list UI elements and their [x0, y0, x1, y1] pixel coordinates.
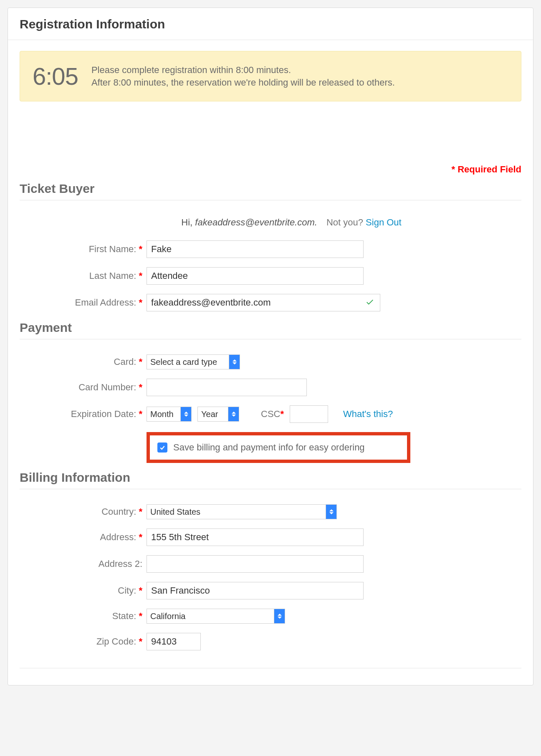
row-state: State: * California: [20, 609, 521, 624]
row-last-name: Last Name: *: [20, 267, 521, 285]
select-arrow-icon: [326, 505, 336, 519]
select-arrow-icon: [228, 407, 239, 421]
select-arrow-icon: [180, 407, 191, 421]
sign-out-link[interactable]: Sign Out: [366, 217, 402, 228]
card-type-select[interactable]: Select a card type: [147, 354, 240, 369]
registration-panel: Registration Information 6:05 Please com…: [8, 8, 533, 685]
exp-year-select[interactable]: Year: [197, 407, 239, 422]
row-zip: Zip Code: *: [20, 633, 521, 650]
save-info-label: Save billing and payment info for easy o…: [173, 442, 365, 453]
panel-header: Registration Information: [8, 8, 533, 40]
page-title: Registration Information: [20, 17, 521, 31]
card-number-field[interactable]: [147, 379, 307, 396]
label-card-number: Card Number: *: [20, 382, 147, 393]
greeting-email: fakeaddress@eventbrite.com.: [195, 217, 317, 228]
section-payment: Payment: [20, 321, 521, 339]
address-field[interactable]: [147, 528, 364, 546]
state-select[interactable]: California: [147, 609, 285, 624]
label-expiration: Expiration Date: *: [20, 409, 147, 420]
divider: [20, 668, 521, 668]
checkmark-icon: [365, 297, 374, 308]
email-field[interactable]: [147, 294, 380, 311]
greeting-notyou-group: Not you? Sign Out: [326, 217, 402, 228]
first-name-field[interactable]: [147, 240, 364, 258]
timer-line-2: After 8:00 minutes, the reservation we'r…: [91, 76, 395, 89]
row-email: Email Address: *: [20, 294, 521, 311]
required-field-note: * Required Field: [20, 164, 521, 175]
email-wrap: [147, 294, 380, 311]
row-address2: Address 2:: [20, 555, 521, 573]
exp-month-select[interactable]: Month: [147, 407, 192, 422]
row-city: City: *: [20, 582, 521, 599]
label-address2: Address 2:: [20, 559, 147, 569]
label-state: State: *: [20, 611, 147, 622]
label-card: Card: *: [20, 357, 147, 367]
label-country: Country: *: [20, 506, 147, 517]
row-first-name: First Name: *: [20, 240, 521, 258]
select-arrow-icon: [229, 355, 240, 369]
timer-text: Please complete registration within 8:00…: [91, 64, 395, 88]
label-zip: Zip Code: *: [20, 636, 147, 647]
row-card-number: Card Number: *: [20, 379, 521, 396]
panel-body: 6:05 Please complete registration within…: [8, 40, 533, 685]
label-address: Address: *: [20, 532, 147, 543]
csc-field[interactable]: [290, 405, 328, 423]
row-card: Card: * Select a card type: [20, 354, 521, 369]
address2-field[interactable]: [147, 555, 364, 573]
zip-field[interactable]: [147, 633, 201, 650]
last-name-field[interactable]: [147, 267, 364, 285]
section-ticket-buyer: Ticket Buyer: [20, 182, 521, 200]
country-select[interactable]: United States: [147, 504, 337, 519]
greeting-notyou: Not you?: [326, 217, 363, 228]
row-address: Address: *: [20, 528, 521, 546]
expiration-group: Month Year CSC* What's this?: [147, 405, 393, 423]
label-city: City: *: [20, 585, 147, 596]
row-expiration: Expiration Date: * Month Year CSC* What'…: [20, 405, 521, 423]
section-billing: Billing Information: [20, 470, 521, 489]
label-last-name: Last Name: *: [20, 271, 147, 281]
timer-line-1: Please complete registration within 8:00…: [91, 64, 395, 76]
row-country: Country: * United States: [20, 504, 521, 519]
timer-value: 6:05: [33, 62, 78, 90]
greeting-hi: Hi, fakeaddress@eventbrite.com.: [181, 217, 317, 228]
select-arrow-icon: [274, 609, 285, 623]
greeting-row: Hi, fakeaddress@eventbrite.com. Not you?…: [61, 217, 521, 228]
label-csc: CSC*: [261, 409, 284, 420]
label-email: Email Address: *: [20, 297, 147, 308]
timer-box: 6:05 Please complete registration within…: [20, 51, 521, 101]
whats-this-link[interactable]: What's this?: [343, 409, 393, 420]
label-first-name: First Name: *: [20, 244, 147, 255]
city-field[interactable]: [147, 582, 364, 599]
save-info-highlight: Save billing and payment info for easy o…: [147, 432, 410, 463]
save-info-checkbox[interactable]: [157, 442, 167, 453]
